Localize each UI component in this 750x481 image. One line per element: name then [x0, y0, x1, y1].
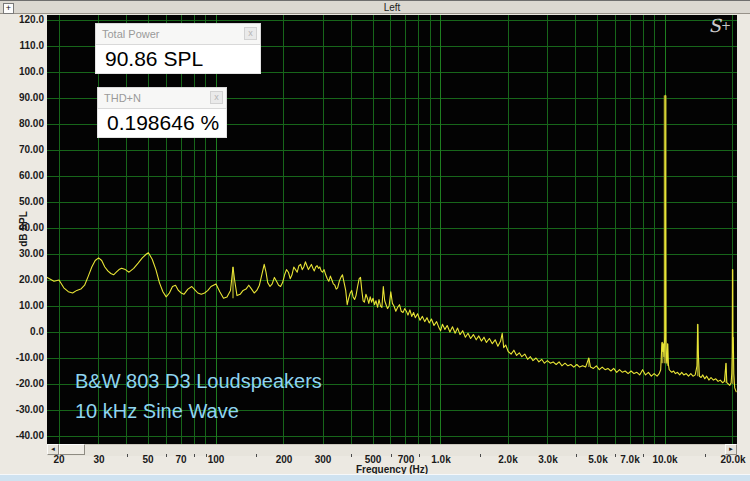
- x-tick-label: 100: [196, 454, 236, 465]
- thd-n-value: 0.198646 %: [97, 109, 227, 138]
- y-tick-label: 90.00: [0, 92, 44, 103]
- bottom-strip: [0, 474, 750, 481]
- total-power-label: Total Power: [102, 28, 159, 40]
- x-minor-tick: [576, 454, 577, 457]
- spectrum-analyzer-window: Left + dB SPL 120.0110.0100.090.0080.007…: [0, 0, 750, 481]
- x-tick-label: 2.0k: [488, 454, 528, 465]
- total-power-meter-header[interactable]: Total Power x: [95, 23, 261, 45]
- thd-n-meter-header[interactable]: THD+N x: [97, 87, 227, 109]
- x-minor-tick: [480, 454, 481, 457]
- scroll-right-icon: ►: [728, 446, 734, 452]
- y-tick-label: 70.00: [0, 144, 44, 155]
- x-minor-tick: [391, 454, 392, 457]
- total-power-close-button[interactable]: x: [244, 27, 257, 40]
- total-power-meter: Total Power x 90.86 SPL: [95, 23, 261, 74]
- logo-s: S: [709, 15, 721, 36]
- close-icon: x: [248, 28, 253, 38]
- scroll-left-icon: ◄: [50, 446, 56, 452]
- x-tick-label: 30: [79, 454, 119, 465]
- expand-button[interactable]: +: [3, 3, 14, 14]
- logo-plus: +: [721, 19, 731, 33]
- y-tick-label: 20.00: [0, 274, 44, 285]
- x-minor-tick: [194, 454, 195, 457]
- total-power-value: 90.86 SPL: [95, 45, 261, 74]
- x-minor-tick: [256, 454, 257, 457]
- y-tick-label: 50.00: [0, 196, 44, 207]
- x-tick-label: 20: [39, 454, 79, 465]
- x-minor-tick: [615, 454, 616, 457]
- y-tick-label: -40.00: [0, 430, 44, 441]
- y-tick-label: 60.00: [0, 170, 44, 181]
- y-tick-label: 80.00: [0, 118, 44, 129]
- y-tick-label: -30.00: [0, 404, 44, 415]
- window-title: Left: [384, 2, 401, 13]
- x-minor-tick: [419, 454, 420, 457]
- spectraplus-logo: S+: [709, 15, 731, 36]
- x-tick-label: 3.0k: [528, 454, 568, 465]
- y-tick-label: 0.0: [0, 326, 44, 337]
- y-tick-label: 40.00: [0, 222, 44, 233]
- thd-n-label: THD+N: [104, 92, 141, 104]
- x-minor-tick: [166, 454, 167, 457]
- x-tick-label: 70: [161, 454, 201, 465]
- y-tick-label: -20.00: [0, 378, 44, 389]
- thd-n-meter: THD+N x 0.198646 %: [97, 87, 227, 138]
- x-tick-label: 10.0k: [645, 454, 685, 465]
- x-minor-tick: [206, 454, 207, 457]
- y-tick-label: 30.00: [0, 248, 44, 259]
- y-tick-label: -10.00: [0, 352, 44, 363]
- y-tick-label: 110.0: [0, 40, 44, 51]
- spectrum-plot-area[interactable]: S+ B&W 803 D3 Loudspeakers 10 kHz Sine W…: [47, 15, 737, 444]
- x-minor-tick: [643, 454, 644, 457]
- thd-n-close-button[interactable]: x: [210, 91, 223, 104]
- title-bar[interactable]: Left: [0, 0, 750, 14]
- plus-icon: +: [6, 3, 11, 13]
- y-tick-label: 10.00: [0, 300, 44, 311]
- x-minor-tick: [351, 454, 352, 457]
- close-icon: x: [214, 92, 219, 102]
- x-tick-label: 7.0k: [610, 454, 650, 465]
- annotation-line-2: 10 kHz Sine Wave: [75, 400, 239, 423]
- x-tick-label: 20.0k: [713, 454, 750, 465]
- y-tick-label: 100.0: [0, 66, 44, 77]
- annotation-line-1: B&W 803 D3 Loudspeakers: [75, 370, 322, 393]
- x-minor-tick: [705, 454, 706, 457]
- y-tick-label: 120.0: [0, 14, 44, 25]
- x-minor-tick: [127, 454, 128, 457]
